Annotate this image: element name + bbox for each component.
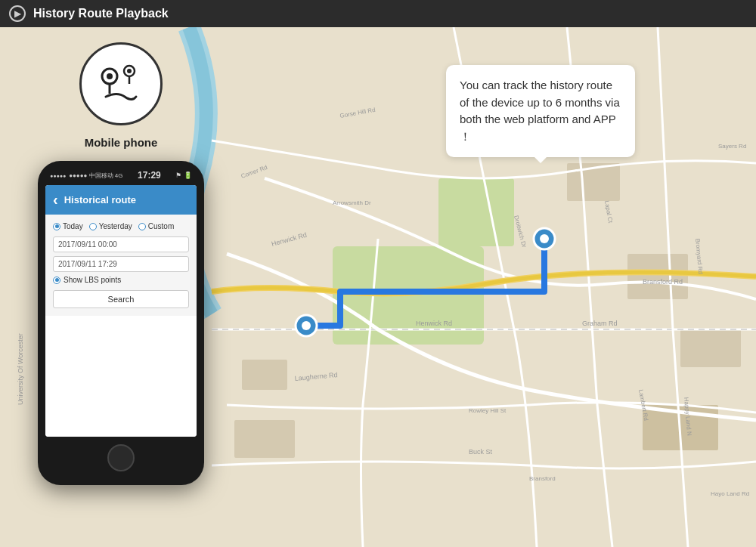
phone-radio-row: Today Yesterday Custom xyxy=(53,222,189,230)
phone-carrier-text: ●●●●● 中国移动 4G xyxy=(69,172,122,180)
svg-text:Bransford Rd: Bransford Rd xyxy=(643,278,683,286)
phone-battery: ⚑ 🔋 xyxy=(175,172,192,179)
header-bar: ▶ History Route Playback xyxy=(0,0,756,27)
show-lbs-label: Show LBS points xyxy=(64,276,121,284)
radio-yesterday-label: Yesterday xyxy=(99,222,132,230)
svg-rect-3 xyxy=(242,360,287,390)
phone-carrier: ●●●●● ●●●●● 中国移动 4G xyxy=(50,172,122,180)
callout-bubble: You can track the history route of the d… xyxy=(446,65,635,157)
logo-svg xyxy=(94,57,147,110)
svg-point-36 xyxy=(107,73,113,79)
phone-status-bar: ●●●●● ●●●●● 中国移动 4G 17:29 ⚑ 🔋 xyxy=(45,170,197,185)
phone-screen-header: ‹ Historical route xyxy=(45,185,197,215)
svg-rect-6 xyxy=(680,329,741,367)
svg-rect-4 xyxy=(627,254,688,299)
header-icon: ▶ xyxy=(9,5,26,22)
svg-text:Sayers Rd: Sayers Rd xyxy=(718,143,746,150)
svg-text:Hayo Land Rd: Hayo Land Rd xyxy=(711,490,749,497)
logo-label: Mobile phone xyxy=(85,136,158,149)
radio-dot-today xyxy=(53,223,60,230)
svg-rect-2 xyxy=(438,178,514,246)
svg-point-34 xyxy=(540,234,549,243)
left-panel: Mobile phone ●●●●● ●●●●● 中国移动 4G 17:29 ⚑… xyxy=(15,42,227,485)
show-lbs-row[interactable]: Show LBS points xyxy=(53,276,189,284)
svg-rect-8 xyxy=(234,420,295,458)
date-from-input[interactable] xyxy=(53,236,189,252)
radio-today[interactable]: Today xyxy=(53,222,83,230)
radio-custom[interactable]: Custom xyxy=(138,222,174,230)
phone-back-button[interactable]: ‹ xyxy=(53,191,58,209)
phone-content-area xyxy=(45,316,197,437)
svg-text:Henwick Rd: Henwick Rd xyxy=(416,320,452,327)
date-to-input[interactable] xyxy=(53,256,189,272)
phone-screen-title: Historical route xyxy=(64,194,136,206)
phone-home-button[interactable] xyxy=(107,444,135,471)
svg-text:Arrowsmith Dr: Arrowsmith Dr xyxy=(333,199,371,206)
radio-today-label: Today xyxy=(63,222,83,230)
phone-mockup: ●●●●● ●●●●● 中国移动 4G 17:29 ⚑ 🔋 ‹ Historic… xyxy=(38,161,204,485)
svg-text:Buck St: Buck St xyxy=(469,448,493,456)
search-button[interactable]: Search xyxy=(53,290,189,308)
svg-text:Rowley Hill St: Rowley Hill St xyxy=(469,407,507,414)
svg-point-39 xyxy=(127,69,132,73)
phone-screen-body: Today Yesterday Custom xyxy=(45,215,197,316)
header-title: History Route Playback xyxy=(33,7,169,20)
play-icon: ▶ xyxy=(14,8,21,19)
radio-dot-custom xyxy=(138,223,146,230)
svg-point-32 xyxy=(302,321,311,330)
show-lbs-checkbox[interactable] xyxy=(53,277,60,284)
logo-circle xyxy=(79,42,163,125)
radio-yesterday[interactable]: Yesterday xyxy=(89,222,132,230)
phone-time: 17:29 xyxy=(138,170,161,181)
svg-text:Bransford: Bransford xyxy=(529,475,556,482)
main-content: Henwick Rd Henwick Rd Graham Rd Laughern… xyxy=(0,27,756,547)
phone-screen: ‹ Historical route Today Yesterday xyxy=(45,185,197,437)
phone-bottom xyxy=(45,437,197,476)
radio-dot-yesterday xyxy=(89,223,97,230)
radio-custom-label: Custom xyxy=(148,222,174,230)
svg-text:Graham Rd: Graham Rd xyxy=(582,320,618,327)
callout-text: You can track the history route of the d… xyxy=(460,79,620,143)
